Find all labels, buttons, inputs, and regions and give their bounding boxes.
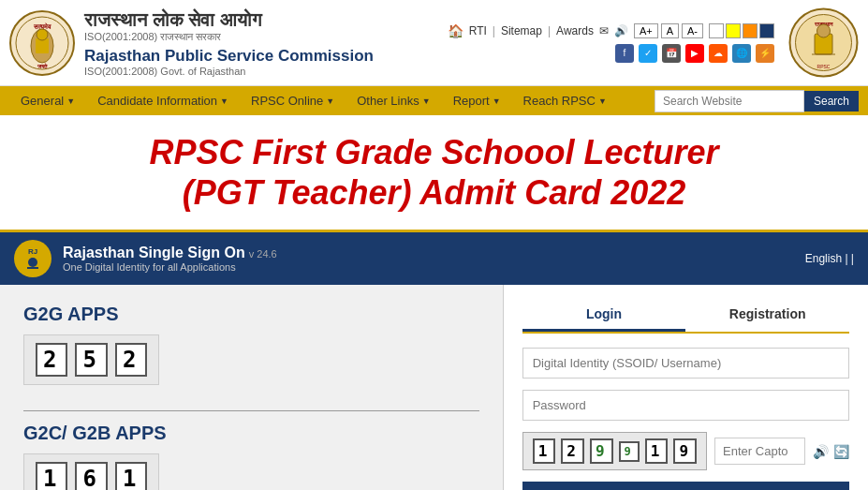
nav-candidate-info[interactable]: Candidate Information ▼	[86, 86, 240, 115]
nav-report-arrow: ▼	[493, 97, 501, 106]
rpsc-iso: ISO(2001:2008) Govt. of Rajasthan	[84, 66, 448, 77]
g2g-digit-2: 5	[75, 343, 107, 377]
nav-reach-rpsc[interactable]: Reach RPSC ▼	[512, 86, 618, 115]
cap-6: 9	[673, 438, 697, 464]
sso-subtitle: One Digital Identity for all Application…	[63, 261, 277, 273]
rti-link[interactable]: RTI	[469, 24, 487, 37]
password-input[interactable]	[522, 390, 849, 421]
sso-text: Rajasthan Single Sign On v 24.6 One Digi…	[63, 245, 277, 273]
search-button[interactable]: Search	[804, 91, 859, 111]
org-name-hindi: राजस्थान लोक सेवा आयोग	[84, 9, 448, 31]
svg-point-12	[817, 24, 831, 37]
navbar: General ▼ Candidate Information ▼ RPSC O…	[0, 86, 868, 115]
feed-icon[interactable]: ⚡	[756, 44, 774, 63]
svg-text:RJ: RJ	[28, 247, 37, 256]
cap-3: 9	[590, 438, 613, 464]
globe-icon[interactable]: 🌐	[732, 44, 751, 63]
color-theme-controls	[709, 23, 774, 38]
awards-link[interactable]: Awards	[556, 24, 594, 37]
font-normal-btn[interactable]: A	[661, 23, 679, 38]
refresh-captcha-icon[interactable]: 🔄	[833, 444, 849, 459]
site-header: सत्यमेव जयते राजस्थान लोक सेवा आयोग ISO(…	[0, 0, 868, 86]
email-icon[interactable]: ✉	[599, 24, 609, 37]
nav-report-label: Report	[453, 94, 490, 108]
captcha-controls: 🔊 🔄	[813, 444, 849, 459]
header-org-text: राजस्थान लोक सेवा आयोग ISO(2001:2008) रा…	[84, 9, 448, 77]
login-tabs: Login Registration	[522, 299, 849, 334]
nav-other-label: Other Links	[357, 94, 419, 108]
twitter-icon[interactable]: ✓	[639, 44, 657, 63]
nav-other-links[interactable]: Other Links ▼	[346, 86, 441, 115]
font-decrease-btn[interactable]: A-	[682, 23, 703, 38]
banner-line2: (PGT Teacher) Admit Card 2022	[183, 173, 686, 212]
color-box-white[interactable]	[709, 23, 724, 38]
registration-tab[interactable]: Registration	[685, 299, 849, 332]
nav-reach-label: Reach RPSC	[523, 94, 596, 108]
color-box-orange[interactable]	[743, 23, 758, 38]
main-banner: RPSC First Grade Schoool Lecturer (PGT T…	[0, 115, 868, 232]
home-icon[interactable]: 🏠	[448, 23, 463, 38]
sitemap-link[interactable]: Sitemap	[501, 24, 542, 37]
captcha-input[interactable]	[714, 438, 805, 465]
nav-general[interactable]: General ▼	[9, 86, 86, 115]
nav-general-label: General	[21, 94, 64, 108]
left-panel: G2G APPS 2 5 2 G2C/ G2B APPS 1 6 1	[0, 285, 504, 490]
banner-title: RPSC First Grade Schoool Lecturer (PGT T…	[19, 132, 849, 213]
youtube-icon[interactable]: ▶	[685, 44, 704, 63]
g2g-title: G2G APPS	[23, 304, 479, 325]
sso-language[interactable]: English | |	[805, 252, 854, 265]
cap-2: 2	[561, 438, 584, 464]
social-links: f ✓ 📅 ▶ ☁ 🌐 ⚡	[615, 44, 774, 63]
nav-rpsc-online[interactable]: RPSC Online ▼	[240, 86, 346, 115]
sso-language-separator: | |	[845, 252, 854, 265]
ssoid-input[interactable]	[522, 348, 849, 379]
cap-1: 1	[533, 438, 556, 464]
left-emblem: सत्यमेव जयते	[9, 10, 75, 76]
nav-report[interactable]: Report ▼	[442, 86, 512, 115]
audio-captcha-icon[interactable]: 🔊	[813, 444, 829, 459]
top-links: 🏠 RTI | Sitemap | Awards ✉ 🔊 A+ A A-	[448, 23, 774, 38]
search-input[interactable]	[655, 90, 804, 112]
header-right: 🏠 RTI | Sitemap | Awards ✉ 🔊 A+ A A- f ✓	[448, 23, 774, 63]
login-button[interactable]: Login	[522, 482, 849, 490]
volume-icon[interactable]: 🔊	[614, 24, 628, 37]
font-increase-btn[interactable]: A+	[634, 23, 658, 38]
nav-rpsc-label: RPSC Online	[251, 94, 323, 108]
nav-rpsc-arrow: ▼	[326, 97, 334, 106]
nav-search-form: Search	[655, 90, 859, 112]
banner-line1: RPSC First Grade Schoool Lecturer	[149, 133, 718, 171]
right-emblem: राजस्थान RPSC	[788, 7, 859, 78]
g2c-captcha: 1 6 1	[23, 453, 159, 490]
nav-candidate-label: Candidate Information	[97, 94, 217, 108]
sso-bar: RJ Rajasthan Single Sign On v 24.6 One D…	[0, 232, 868, 285]
svg-text:RPSC: RPSC	[817, 64, 831, 69]
g2c-title: G2C/ G2B APPS	[23, 423, 479, 444]
facebook-icon[interactable]: f	[615, 44, 634, 63]
captcha-enter	[714, 438, 805, 465]
cap-5: 1	[645, 438, 669, 464]
password-field	[522, 390, 849, 421]
rpsc-name: Rajasthan Public Service Commission	[84, 47, 448, 66]
font-controls: A+ A A-	[634, 23, 703, 38]
login-tab[interactable]: Login	[522, 299, 686, 332]
svg-point-16	[28, 258, 37, 267]
sso-title: Rajasthan Single Sign On	[63, 245, 245, 261]
captcha-row: 1 2 9 9 1 9 🔊 🔄	[522, 432, 849, 470]
soundcloud-icon[interactable]: ☁	[709, 44, 728, 63]
cap-4: 9	[619, 441, 640, 462]
nav-general-arrow: ▼	[66, 97, 75, 106]
ssoid-field	[522, 348, 849, 379]
captcha-image: 1 2 9 9 1 9	[522, 432, 707, 470]
calendar-icon[interactable]: 📅	[662, 44, 681, 63]
g2g-digit-3: 2	[115, 343, 147, 377]
g2c-digit-1: 1	[36, 462, 67, 490]
sso-language-label: English	[805, 252, 842, 265]
sso-logo: RJ	[14, 240, 51, 277]
nav-other-arrow: ▼	[422, 97, 431, 106]
section-divider	[23, 410, 479, 411]
svg-point-6	[37, 29, 48, 40]
color-box-blue[interactable]	[759, 23, 774, 38]
g2g-captcha: 2 5 2	[23, 334, 159, 385]
svg-text:जयते: जयते	[37, 63, 48, 69]
color-box-yellow[interactable]	[726, 23, 741, 38]
